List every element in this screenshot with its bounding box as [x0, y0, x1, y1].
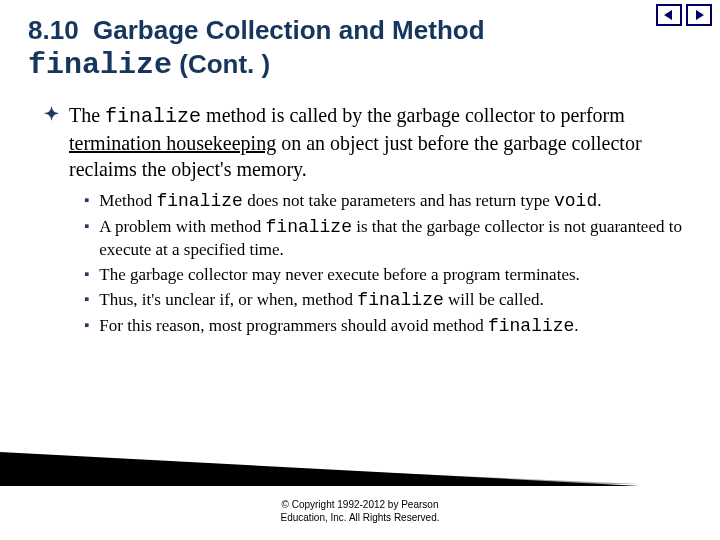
prev-button[interactable]: [656, 4, 682, 26]
sub-text: Thus, it's unclear if, or when, method f…: [99, 289, 692, 312]
mb-pre: The: [69, 104, 105, 126]
decorative-wedge: [0, 452, 640, 486]
title-line1: Garbage Collection and Method: [93, 15, 484, 45]
main-bullet: ✦ The finalize method is called by the g…: [44, 102, 692, 182]
copyright: © Copyright 1992-2012 by Pearson Educati…: [0, 498, 720, 524]
sub-list: ▪ Method finalize does not take paramete…: [44, 190, 692, 338]
next-button[interactable]: [686, 4, 712, 26]
arrow-right-icon: [692, 8, 706, 22]
square-bullet-icon: ▪: [84, 315, 89, 336]
title-suffix: (Cont. ): [179, 49, 270, 79]
arrow-left-icon: [662, 8, 676, 22]
copyright-line1: © Copyright 1992-2012 by Pearson: [282, 499, 439, 510]
square-bullet-icon: ▪: [84, 190, 89, 211]
svg-marker-1: [696, 10, 704, 20]
slide-title: 8.10 Garbage Collection and Method final…: [28, 14, 692, 84]
sub-text: A problem with method finalize is that t…: [99, 216, 692, 261]
title-section-no: 8.10: [28, 15, 79, 45]
square-bullet-icon: ▪: [84, 216, 89, 237]
slide-container: 8.10 Garbage Collection and Method final…: [0, 0, 720, 540]
bullet-icon: ✦: [44, 102, 59, 127]
sub-text: Method finalize does not take parameters…: [99, 190, 692, 213]
mb-under: termination housekeeping: [69, 132, 276, 154]
main-bullet-text: The finalize method is called by the gar…: [69, 102, 692, 182]
copyright-line2: Education, Inc. All Rights Reserved.: [281, 512, 440, 523]
list-item: ▪ For this reason, most programmers shou…: [84, 315, 692, 338]
square-bullet-icon: ▪: [84, 289, 89, 310]
sub-text: For this reason, most programmers should…: [99, 315, 692, 338]
mb-mono: finalize: [105, 105, 201, 128]
mb-mid: method is called by the garbage collecto…: [201, 104, 625, 126]
title-mono: finalize: [28, 48, 172, 82]
nav-buttons: [656, 4, 712, 26]
list-item: ▪ Method finalize does not take paramete…: [84, 190, 692, 213]
list-item: ▪ A problem with method finalize is that…: [84, 216, 692, 261]
list-item: ▪ The garbage collector may never execut…: [84, 264, 692, 286]
list-item: ▪ Thus, it's unclear if, or when, method…: [84, 289, 692, 312]
square-bullet-icon: ▪: [84, 264, 89, 285]
sub-text: The garbage collector may never execute …: [99, 264, 692, 286]
content: ✦ The finalize method is called by the g…: [28, 102, 692, 338]
svg-marker-0: [664, 10, 672, 20]
